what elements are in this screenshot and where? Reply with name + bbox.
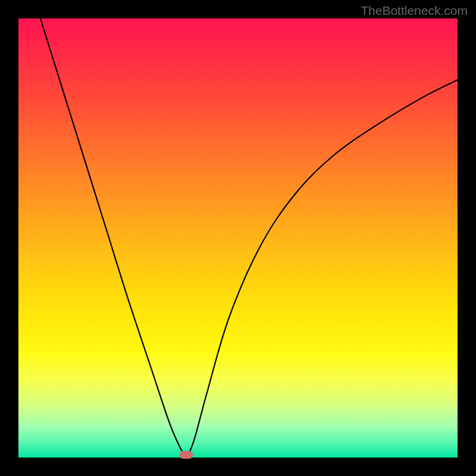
minimum-marker [180,451,193,459]
watermark-text: TheBottleneck.com [361,4,468,18]
chart-plot-area [18,18,458,458]
